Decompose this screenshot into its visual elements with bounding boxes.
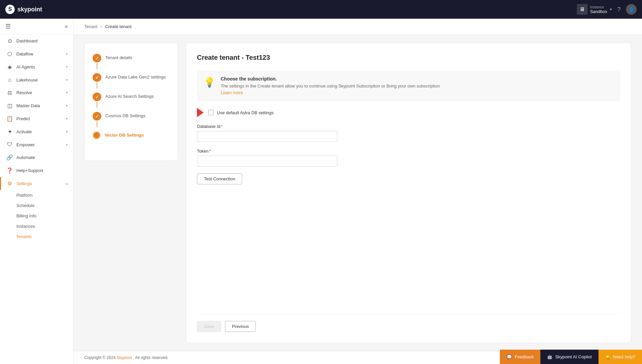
sidebar: ☰ « ⊙ Dashboard ⬡ Dataflow ▾ ◈ AI Agents… (0, 19, 74, 364)
page-title: Create tenant - Test123 (197, 54, 620, 61)
sidebar-item-help[interactable]: ❓ Help+Support (0, 164, 73, 177)
form-panel: Create tenant - Test123 💡 Choose the sub… (186, 43, 631, 343)
test-connection-container: Test Connection (197, 173, 620, 184)
learn-more-link[interactable]: Learn more (221, 90, 243, 95)
wizard-step-azure-ai: ✓ Azure AI Search Settings (93, 93, 170, 101)
step-circle-completed: ✓ (93, 54, 101, 62)
lightbulb-icon: 💡 (204, 77, 215, 88)
chevron-down-icon: ▾ (66, 130, 68, 134)
sidebar-item-ai-agents[interactable]: ◈ AI Agents ▾ (0, 60, 73, 73)
sidebar-sub-platform[interactable]: Platform (0, 190, 73, 200)
step-circle-active (93, 131, 101, 139)
instance-text: Instance Sandbox (590, 5, 607, 14)
sidebar-sub-billing[interactable]: Billing Info (0, 211, 73, 221)
sidebar-item-activate[interactable]: ✦ Activate ▾ (0, 125, 73, 138)
sidebar-item-dataflow[interactable]: ⬡ Dataflow ▾ (0, 47, 73, 60)
dashboard-icon: ⊙ (6, 38, 13, 44)
form-actions: Save Previous (197, 314, 620, 332)
need-help-button[interactable]: 🔔 Need help? (599, 350, 642, 364)
sidebar-sub-instances[interactable]: Instances (0, 221, 73, 231)
sidebar-item-resolve[interactable]: ⚖ Resolve ▾ (0, 86, 73, 99)
help-support-icon: ❓ (6, 167, 13, 174)
topbar: S skypoint 🖥 Instance Sandbox ▾ ? 👤 (0, 0, 642, 19)
avatar[interactable]: 👤 (626, 4, 637, 15)
sidebar-sub-schedule[interactable]: Schedule (0, 200, 73, 211)
wizard-panel: ✓ Tenant details ✓ Azure Data Lake Gen2 … (84, 43, 178, 161)
automate-icon: 🔗 (6, 154, 13, 161)
sidebar-item-master-data[interactable]: ◫ Master Data ▾ (0, 99, 73, 112)
wizard-step-vector: Vector DB Settings (93, 131, 170, 139)
previous-button[interactable]: Previous (225, 321, 256, 332)
sidebar-item-label: Help+Support (16, 168, 43, 173)
sidebar-item-label: Master Data (16, 103, 40, 108)
sidebar-item-label: Resolve (16, 90, 32, 95)
topbar-right: 🖥 Instance Sandbox ▾ ? 👤 (577, 4, 637, 15)
step-circle-completed: ✓ (93, 73, 101, 82)
collapse-icon[interactable]: « (65, 23, 68, 29)
info-box-description-text: The settings in the Create tenant allow … (221, 83, 440, 88)
arrow-indicator (197, 108, 204, 117)
chevron-down-icon: ▾ (66, 143, 68, 147)
dataflow-icon: ⬡ (6, 51, 13, 57)
sidebar-item-label: Empower (16, 142, 35, 147)
breadcrumb-parent[interactable]: Tenant (84, 24, 97, 29)
feedback-icon: 💬 (507, 354, 512, 359)
chevron-down-icon: ▾ (66, 104, 68, 108)
token-group: Token* (197, 149, 620, 167)
step-circle-completed: ✓ (93, 93, 101, 101)
chevron-down-icon: ▾ (66, 78, 68, 82)
ai-agents-icon: ◈ (6, 64, 13, 70)
sidebar-item-dashboard[interactable]: ⊙ Dashboard (0, 34, 73, 47)
help-icon[interactable]: ? (617, 6, 621, 13)
info-box-content: Choose the subscription. The settings in… (221, 76, 614, 96)
sidebar-item-label: Settings (16, 181, 32, 186)
sidebar-sub-tenants[interactable]: Tenants (0, 231, 73, 242)
breadcrumb: Tenant > Create tenant (74, 19, 642, 35)
step-label: Tenant details (105, 54, 132, 60)
sidebar-item-label: Dataflow (16, 51, 33, 56)
copilot-button[interactable]: 🤖 Skypoint AI Copilot (540, 350, 598, 364)
feedback-button[interactable]: 💬 Feedback (500, 350, 540, 364)
sidebar-item-automate[interactable]: 🔗 Automate (0, 151, 73, 164)
sidebar-item-label: Activate (16, 129, 32, 134)
sidebar-item-label: Predict (16, 116, 30, 121)
save-button[interactable]: Save (197, 321, 221, 332)
required-star: * (209, 149, 211, 154)
sidebar-item-predict[interactable]: 📋 Predict ▾ (0, 112, 73, 125)
logo-name: skypoint (17, 6, 42, 13)
step-label: Azure Data Lake Gen2 settings (105, 73, 166, 79)
sidebar-item-empower[interactable]: 🛡 Empower ▾ (0, 138, 73, 151)
sidebar-item-label: AI Agents (16, 64, 35, 69)
chevron-down-icon: ▾ (66, 117, 68, 121)
astra-db-checkbox[interactable] (208, 110, 214, 115)
step-label: Cosmos DB Settings (105, 112, 145, 118)
floating-actions: 💬 Feedback 🤖 Skypoint AI Copilot 🔔 Need … (74, 350, 642, 364)
sidebar-top: ☰ « (0, 19, 73, 34)
database-id-label: Database Id* (197, 124, 620, 129)
info-box-title: Choose the subscription. (221, 76, 614, 81)
step-label-active: Vector DB Settings (105, 131, 144, 138)
chevron-down-icon: ▾ (66, 65, 68, 69)
database-id-input[interactable] (197, 131, 337, 142)
sidebar-item-lakehouse[interactable]: ⌂ Lakehouse ▾ (0, 73, 73, 86)
feedback-label: Feedback (515, 354, 534, 359)
checkbox-label: Use default Astra DB settings (217, 110, 274, 115)
master-data-icon: ◫ (6, 103, 13, 109)
content-area: ✓ Tenant details ✓ Azure Data Lake Gen2 … (74, 35, 642, 351)
chevron-down-icon: ▾ (66, 52, 68, 56)
app-logo[interactable]: S skypoint (5, 5, 42, 14)
main-content: Tenant > Create tenant ✓ Tenant details … (74, 19, 642, 364)
breadcrumb-separator: > (100, 24, 103, 29)
info-box-desc: The settings in the Create tenant allow … (221, 83, 614, 96)
sidebar-item-settings[interactable]: ⚙ Settings ▴ (0, 177, 73, 190)
checkbox-row: Use default Astra DB settings (197, 108, 620, 117)
test-connection-button[interactable]: Test Connection (197, 173, 242, 184)
database-id-group: Database Id* (197, 124, 620, 142)
instance-chevron-icon[interactable]: ▾ (610, 7, 612, 12)
instance-selector[interactable]: 🖥 Instance Sandbox ▾ (577, 4, 612, 15)
instance-icon: 🖥 (577, 4, 587, 15)
hamburger-icon[interactable]: ☰ (5, 23, 11, 30)
step-label: Azure AI Search Settings (105, 93, 154, 99)
token-input[interactable] (197, 156, 337, 167)
lakehouse-icon: ⌂ (6, 77, 13, 83)
